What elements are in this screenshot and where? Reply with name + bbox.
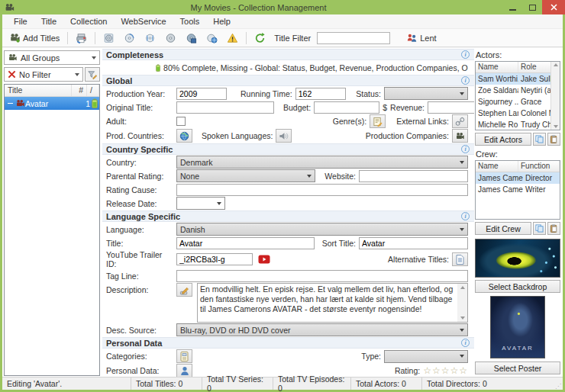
actors-table[interactable]: Name Role Sam Worthi...Jake Sully Zoe Sa… — [475, 61, 560, 130]
print-button[interactable] — [72, 31, 91, 46]
type-combobox[interactable] — [384, 350, 468, 363]
disc-save-button[interactable] — [182, 31, 201, 46]
rating-stars[interactable]: ☆☆☆☆☆ — [423, 365, 468, 376]
select-backdrop-button[interactable]: Select Backdrop — [475, 280, 560, 293]
menu-collection[interactable]: Collection — [63, 15, 114, 27]
edit-description-button[interactable] — [176, 283, 192, 297]
maximize-button[interactable] — [522, 0, 542, 14]
genres-button[interactable] — [370, 114, 386, 128]
actors-scrollbar[interactable] — [550, 62, 560, 130]
select-poster-button[interactable]: Select Poster — [475, 361, 560, 374]
crew-row[interactable]: James CameronWriter — [476, 184, 560, 195]
crew-table[interactable]: Name Function James CameronDirector Jame… — [475, 160, 560, 220]
youtube-icon[interactable] — [256, 252, 272, 266]
website-input[interactable] — [359, 170, 468, 182]
menu-webservice[interactable]: WebService — [114, 15, 173, 27]
scroll-down-icon[interactable] — [460, 316, 465, 320]
menu-title[interactable]: Title — [34, 15, 63, 27]
copy-crew-button[interactable] — [533, 222, 546, 235]
menu-help[interactable]: Help — [206, 15, 237, 27]
title-filter-input[interactable] — [317, 32, 390, 44]
personal-data-button[interactable] — [176, 364, 192, 377]
info-icon[interactable]: i — [461, 145, 470, 153]
actor-row[interactable]: Sigourney ...Grace — [476, 96, 560, 108]
prod-countries-button[interactable] — [176, 129, 192, 143]
resize-grip[interactable]: ⋰ — [555, 383, 561, 390]
edit-crew-button[interactable]: Edit Crew — [475, 222, 531, 235]
spoken-languages-button[interactable] — [276, 129, 292, 143]
language-value: Danish — [180, 225, 205, 234]
tag-line-input[interactable] — [176, 270, 468, 282]
disc-gray-button[interactable] — [161, 31, 180, 46]
column-count[interactable]: # — [72, 85, 87, 96]
language-combobox[interactable]: Danish — [176, 223, 468, 236]
warning-button[interactable] — [223, 31, 242, 46]
revenue-input[interactable] — [428, 101, 474, 114]
info-icon[interactable]: i — [461, 212, 470, 220]
close-button[interactable] — [542, 0, 565, 14]
title-list-header[interactable]: Title # / — [5, 85, 99, 97]
original-title-input[interactable] — [176, 101, 274, 114]
refresh-button[interactable] — [250, 31, 270, 46]
crew-column-function[interactable]: Function — [518, 161, 560, 172]
section-country-specific: Country Specific i — [102, 143, 474, 155]
actors-column-name[interactable]: Name — [476, 62, 518, 72]
title-list-row-avatar[interactable]: Avatar 1 — [5, 97, 99, 110]
scroll-up-icon[interactable] — [460, 286, 465, 289]
budget-input[interactable] — [314, 101, 379, 114]
column-title[interactable]: Title — [5, 85, 72, 96]
production-year-input[interactable] — [176, 88, 227, 100]
column-status[interactable]: / — [87, 85, 99, 96]
menu-file[interactable]: File — [7, 15, 34, 27]
disc-archive-button[interactable] — [99, 31, 118, 46]
running-time-input[interactable] — [295, 88, 346, 100]
completeness-battery-icon — [92, 98, 98, 108]
disc-web-button[interactable] — [202, 31, 221, 46]
collapse-icon[interactable] — [8, 103, 13, 104]
description-textarea[interactable]: En modvillig helt. En episk rejse. Et va… — [197, 283, 468, 323]
release-date-picker[interactable] — [176, 197, 225, 210]
disc-drive-button[interactable] — [120, 31, 139, 46]
scroll-up-icon[interactable] — [554, 63, 558, 66]
info-icon[interactable]: i — [461, 76, 470, 85]
rating-cause-label: Rating Cause: — [106, 185, 173, 194]
alternative-titles-button[interactable] — [452, 252, 468, 266]
description-scrollbar[interactable] — [457, 284, 467, 322]
title-input[interactable] — [176, 237, 315, 249]
adult-checkbox[interactable] — [176, 117, 186, 126]
desc-source-combobox[interactable]: Blu-ray, DVD or HD DVD cover — [176, 323, 468, 336]
parental-rating-combobox[interactable]: None — [176, 169, 315, 182]
rating-cause-input[interactable] — [176, 184, 468, 196]
production-companies-button[interactable] — [452, 129, 468, 143]
edit-filter-button[interactable] — [85, 67, 100, 82]
edit-actors-button[interactable]: Edit Actors — [475, 133, 531, 146]
actor-row[interactable]: Sam Worthi...Jake Sully — [476, 73, 560, 85]
menu-tools[interactable]: Tools — [173, 15, 207, 27]
status-combobox[interactable] — [384, 87, 468, 100]
sort-title-input[interactable] — [359, 237, 468, 249]
paste-actors-button[interactable] — [547, 133, 560, 146]
paste-crew-button[interactable] — [547, 222, 560, 235]
actor-row[interactable]: Stephen LangColonel Mile... — [476, 108, 560, 119]
actor-row[interactable]: Michelle Ro...Trudy Chacon — [476, 119, 560, 130]
copy-actors-button[interactable] — [533, 133, 546, 146]
wireless-disc-button[interactable] — [140, 31, 160, 46]
filter-combobox[interactable]: No Filter — [4, 67, 83, 82]
crew-column-name[interactable]: Name — [476, 161, 518, 172]
info-icon[interactable]: i — [461, 339, 470, 347]
country-combobox[interactable]: Denmark — [176, 156, 468, 169]
lent-button[interactable]: Lent — [402, 31, 440, 46]
sidebar: All Groups No Filter Title — [2, 49, 101, 376]
crew-row[interactable]: James CameronDirector — [476, 172, 560, 184]
minimize-button[interactable] — [502, 0, 522, 14]
youtube-trailer-input[interactable] — [176, 253, 253, 265]
scroll-down-icon[interactable] — [554, 125, 558, 128]
categories-button[interactable] — [176, 349, 192, 363]
groups-combobox[interactable]: All Groups — [4, 50, 100, 65]
external-links-button[interactable] — [452, 114, 468, 128]
edit-crew-label: Edit Crew — [486, 224, 521, 233]
actor-row[interactable]: Zoe SaldanaNeytiri (as Z... — [476, 85, 560, 96]
add-titles-button[interactable]: Add Titles — [5, 31, 63, 45]
info-icon[interactable]: i — [461, 50, 470, 59]
status-total-tv-episodes: Total TV Episodes: 0 — [273, 378, 350, 390]
